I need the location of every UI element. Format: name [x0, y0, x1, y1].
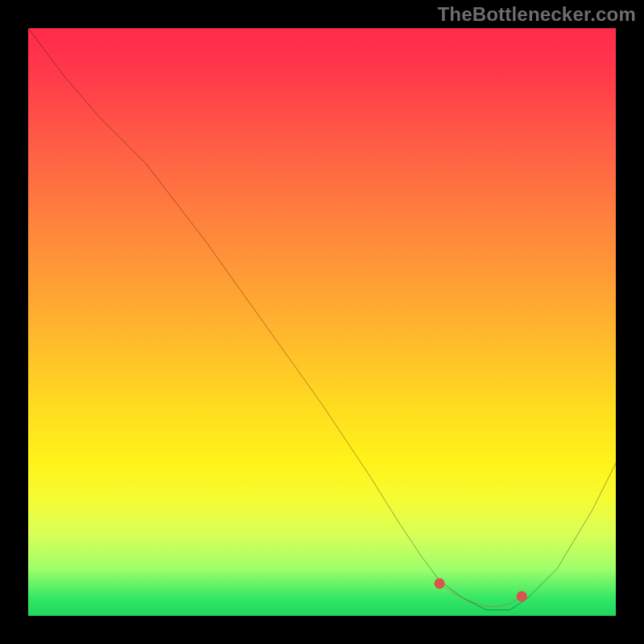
sweet-spot-markers	[434, 578, 526, 606]
curve-layer	[28, 28, 616, 616]
sweet-spot-path	[440, 584, 522, 606]
bottleneck-curve	[28, 28, 616, 610]
brand-watermark: TheBottlenecker.com	[437, 3, 636, 26]
plot-area	[28, 28, 616, 616]
sweet-spot-dot	[434, 578, 444, 588]
chart-container: TheBottlenecker.com	[0, 0, 644, 644]
sweet-spot-dot	[517, 591, 527, 601]
